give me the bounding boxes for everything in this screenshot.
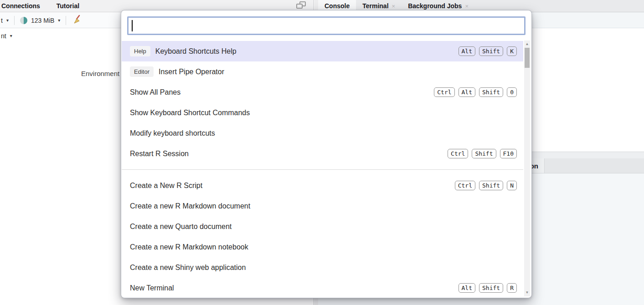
text-caret	[132, 20, 133, 31]
command-palette: Help Keyboard Shortcuts Help AltShiftK E…	[121, 10, 532, 298]
palette-item[interactable]: Help Keyboard Shortcuts Help AltShiftK	[122, 41, 523, 61]
scroll-down-icon[interactable]: ▼	[524, 290, 530, 295]
tab-tutorial[interactable]: Tutorial	[48, 0, 88, 12]
palette-item-label: Create a new R Markdown notebook	[130, 243, 248, 251]
palette-item-label: Create a new Shiny web application	[130, 264, 246, 272]
palette-separator	[122, 169, 523, 170]
restore-panes-icon[interactable]	[296, 1, 307, 11]
close-icon[interactable]: ×	[392, 3, 396, 10]
clear-objects-broom-icon[interactable]	[72, 15, 82, 26]
keycap: Shift	[479, 283, 503, 293]
toolbar-divider	[66, 16, 66, 25]
palette-item-label: Create a New R Script	[130, 182, 202, 190]
keycap: Shift	[479, 181, 503, 190]
palette-item-shortcut: CtrlAltShift0	[434, 87, 517, 97]
palette-item[interactable]: Modify keyboard shortcuts	[122, 123, 523, 143]
scrollbar-thumb[interactable]	[525, 48, 530, 68]
chevron-down-icon[interactable]: ▾	[10, 33, 12, 38]
palette-item-shortcut: AltShiftR	[459, 283, 517, 293]
palette-item-label: Show Keyboard Shortcut Commands	[130, 109, 250, 117]
keycap: 0	[507, 87, 517, 97]
palette-search-input[interactable]	[127, 16, 526, 35]
palette-item[interactable]: Create a New R Script CtrlShiftN	[122, 175, 523, 196]
palette-item-label: Modify keyboard shortcuts	[130, 129, 215, 137]
import-dataset-button-partial[interactable]: t	[1, 17, 3, 24]
palette-item-label: Create a new R Markdown document	[130, 202, 250, 210]
palette-item[interactable]: Create a new Shiny web application	[122, 257, 523, 278]
tab-background-jobs-label: Background Jobs	[408, 2, 462, 10]
palette-item-shortcut: AltShiftK	[459, 46, 517, 56]
keycap: F10	[500, 149, 517, 158]
keycap: R	[507, 283, 517, 293]
palette-item[interactable]: Create a new R Markdown notebook	[122, 237, 523, 257]
keycap: Shift	[472, 149, 496, 158]
keycap: K	[507, 46, 517, 56]
keycap: Ctrl	[455, 181, 475, 190]
palette-item[interactable]: Show Keyboard Shortcut Commands	[122, 102, 523, 123]
tab-console-label: Console	[325, 2, 350, 10]
palette-item-label: Restart R Session	[130, 150, 189, 158]
palette-item[interactable]: New Terminal AltShiftR	[122, 278, 523, 297]
keycap: Shift	[479, 46, 503, 56]
memory-usage-icon	[20, 17, 27, 24]
keycap: Alt	[459, 87, 475, 97]
palette-item[interactable]: Create a new R Markdown document	[122, 196, 523, 216]
palette-item[interactable]: Show All Panes CtrlAltShift0	[122, 82, 523, 102]
palette-item[interactable]: Restart R Session CtrlShiftF10	[122, 143, 523, 164]
global-environment-dropdown-partial[interactable]: nt	[1, 32, 6, 40]
keycap: Alt	[459, 46, 475, 56]
palette-item-badge: Editor	[130, 66, 154, 77]
scroll-up-icon[interactable]: ▲	[524, 42, 530, 46]
palette-item-label: New Terminal	[130, 284, 174, 292]
keycap: Ctrl	[434, 87, 454, 97]
palette-item-label: Keyboard Shortcuts Help	[155, 47, 237, 56]
close-icon[interactable]: ×	[465, 3, 469, 10]
memory-usage-label[interactable]: 123 MiB	[31, 17, 54, 24]
palette-results-list: Help Keyboard Shortcuts Help AltShiftK E…	[122, 41, 523, 297]
chevron-down-icon: ▾	[6, 18, 9, 23]
tab-connections[interactable]: Connections	[0, 0, 48, 12]
keycap: N	[507, 181, 517, 190]
palette-item-badge: Help	[130, 46, 150, 56]
keycap: Alt	[459, 283, 475, 293]
keycap: Ctrl	[448, 149, 468, 158]
palette-item-label: Insert Pipe Operator	[159, 68, 224, 76]
environment-empty-message: Environment is	[81, 70, 126, 77]
palette-item-shortcut: CtrlShiftF10	[448, 149, 517, 158]
chevron-down-icon[interactable]: ▾	[58, 18, 60, 23]
keycap: Shift	[479, 87, 503, 97]
tab-terminal-label: Terminal	[362, 2, 388, 10]
palette-item-label: Create a new Quarto document	[130, 223, 232, 231]
palette-scrollbar[interactable]: ▲ ▼	[524, 41, 530, 296]
palette-item-label: Show All Panes	[130, 88, 180, 97]
palette-item-shortcut: CtrlShiftN	[455, 181, 517, 190]
palette-item[interactable]: Create a new Quarto document	[122, 216, 523, 237]
palette-item[interactable]: Editor Insert Pipe Operator	[122, 61, 523, 82]
toolbar-divider	[14, 16, 15, 25]
